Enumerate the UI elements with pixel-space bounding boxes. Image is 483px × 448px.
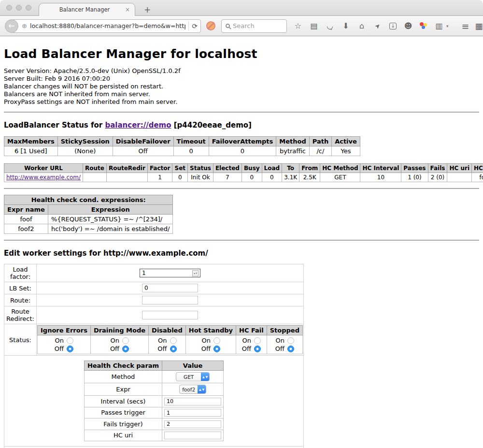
pocket-icon[interactable]: ◡̣ — [326, 22, 334, 30]
new-tab-button[interactable]: + — [141, 5, 154, 14]
status-on-radio[interactable] — [254, 337, 261, 344]
cell: foof2 — [472, 173, 483, 182]
column-header: Health Check param — [84, 361, 162, 371]
status-row: Status: Ignore ErrorsDraining ModeDisabl… — [4, 324, 304, 356]
column-header: Set — [172, 164, 188, 173]
select-arrows-icon: ▲ ▼ — [198, 385, 206, 393]
column-header: To — [282, 164, 299, 173]
cell: (None) — [57, 146, 113, 156]
health-check-expressions-table: Health check cond. expressions:Expr name… — [4, 195, 173, 234]
column-header: Passes — [401, 164, 428, 173]
status-off-radio[interactable] — [67, 346, 73, 352]
server-info-line: Server Built: Feb 9 2016 07:00:20 — [4, 75, 479, 83]
status-off-radio[interactable] — [213, 346, 220, 352]
back-button[interactable]: ← — [5, 19, 18, 33]
url-text[interactable]: localhost:8880/balancer-manager?b=demo&w… — [30, 22, 185, 29]
number-stepper[interactable]: ▴ ▾ — [192, 270, 199, 276]
status-off-radio[interactable] — [122, 346, 129, 352]
heading-suffix: [p4420eeae_demo] — [171, 121, 252, 130]
column-header: HC Expr — [472, 164, 483, 173]
url-bar[interactable]: ⊕ localhost:8880/balancer-manager?b=demo… — [12, 19, 201, 33]
status-on-radio[interactable] — [213, 337, 220, 344]
urlbar-separator — [188, 22, 189, 30]
divider — [4, 240, 479, 241]
menu-icon[interactable]: ≡ — [462, 21, 469, 31]
lb-set-input[interactable] — [142, 284, 198, 292]
minimize-window-button[interactable] — [16, 5, 22, 11]
expr-name-cell: foof2 — [4, 224, 48, 234]
form-field-row: Route Redirect: — [4, 306, 304, 324]
table-title: Health check cond. expressions: — [4, 195, 173, 205]
cell: Off — [113, 146, 173, 156]
server-info-line: Balancers are NOT inherited from main se… — [4, 90, 479, 98]
field-label: Load factor: — [4, 264, 37, 282]
battery-icon[interactable]: ▥ — [435, 22, 443, 30]
browser-window: Balancer Manager × + ← ⊕ localhost:8880/… — [0, 0, 483, 448]
interval-secs-input[interactable] — [164, 398, 221, 405]
search-bar[interactable]: Search — [221, 19, 287, 33]
content-block-icon[interactable] — [207, 22, 215, 30]
cell: Yes — [332, 146, 360, 156]
grid-icon[interactable]: ▦ — [475, 21, 483, 31]
hc-param-label: Expr — [84, 383, 162, 396]
column-header: Path — [309, 137, 331, 146]
zoom-window-button[interactable] — [26, 5, 31, 11]
route-redirect-input[interactable] — [142, 311, 198, 319]
column-header: HC Interval — [360, 164, 401, 173]
hc-param-label: Method — [84, 371, 162, 383]
load-factor-input[interactable] — [140, 269, 200, 277]
hc-param-row: Exprfoof2▲ ▼ — [84, 383, 223, 396]
table-row: http://www.example.com/10Init Ok7003.1K2… — [4, 173, 483, 182]
tab-balancer-manager[interactable]: Balancer Manager × — [39, 3, 135, 16]
expr-select[interactable]: foof2▲ ▼ — [179, 385, 206, 394]
select-arrows-icon: ▲ ▼ — [201, 373, 209, 381]
divider — [4, 112, 479, 113]
passes-trigger-input[interactable] — [164, 409, 221, 417]
tab-bar: Balancer Manager × + — [0, 0, 483, 16]
column-header: DisableFailover — [113, 137, 173, 146]
status-on-radio[interactable] — [67, 337, 73, 344]
select-value: GET — [176, 373, 201, 381]
radio-off-label: Off — [157, 345, 167, 352]
search-placeholder: Search — [233, 22, 255, 29]
status-off-radio[interactable] — [254, 346, 261, 352]
select-value: foof2 — [180, 385, 198, 393]
radio-off-label: Off — [110, 345, 119, 352]
cell — [83, 173, 107, 182]
status-on-radio[interactable] — [170, 337, 177, 344]
download-box-icon[interactable]: ↓ — [389, 23, 397, 29]
balancer-demo-link[interactable]: balancer://demo — [105, 121, 171, 130]
reload-icon[interactable]: ⟳ — [192, 22, 198, 30]
downloads-icon[interactable]: ⬇ — [341, 22, 350, 30]
chat-icon[interactable]: ☻ — [404, 22, 412, 30]
status-off-radio[interactable] — [287, 346, 294, 352]
column-header: Busy — [242, 164, 262, 173]
chevron-down-icon[interactable]: ▾ — [446, 24, 449, 29]
tab-close-icon[interactable]: × — [125, 7, 130, 13]
hc-uri-input[interactable] — [164, 432, 221, 439]
status-off-radio[interactable] — [170, 346, 177, 352]
hc-param-row: HC uri — [84, 430, 223, 441]
send-icon[interactable]: ➤ — [372, 20, 384, 31]
cell: 2.5K — [299, 173, 320, 182]
close-window-button[interactable] — [6, 5, 12, 11]
status-on-radio[interactable] — [287, 337, 294, 344]
colored-dots-icon[interactable] — [420, 22, 427, 29]
cell: 2 (0) — [428, 173, 447, 182]
fails-trigger-input[interactable] — [164, 420, 221, 428]
cell: /c/ — [309, 146, 331, 156]
status-column-header: Disabled — [149, 326, 186, 335]
worker-url-link[interactable]: http://www.example.com/ — [6, 174, 81, 181]
star-icon[interactable]: ☆ — [294, 22, 302, 30]
method-select[interactable]: GET▲ ▼ — [176, 372, 210, 381]
route-input[interactable] — [142, 296, 198, 304]
cell: 0 — [262, 173, 282, 182]
home-icon[interactable]: ⌂ — [357, 22, 366, 30]
status-on-radio[interactable] — [122, 337, 129, 344]
search-icon — [226, 24, 230, 28]
column-header: Fails — [428, 164, 447, 173]
reading-list-icon[interactable]: ▤ — [310, 22, 318, 30]
health-check-param-table: Health Check param Value MethodGET▲ ▼Exp… — [84, 361, 224, 441]
page-content: Load Balancer Manager for localhost Serv… — [0, 36, 483, 448]
hc-param-row: Interval (secs) — [84, 396, 223, 407]
